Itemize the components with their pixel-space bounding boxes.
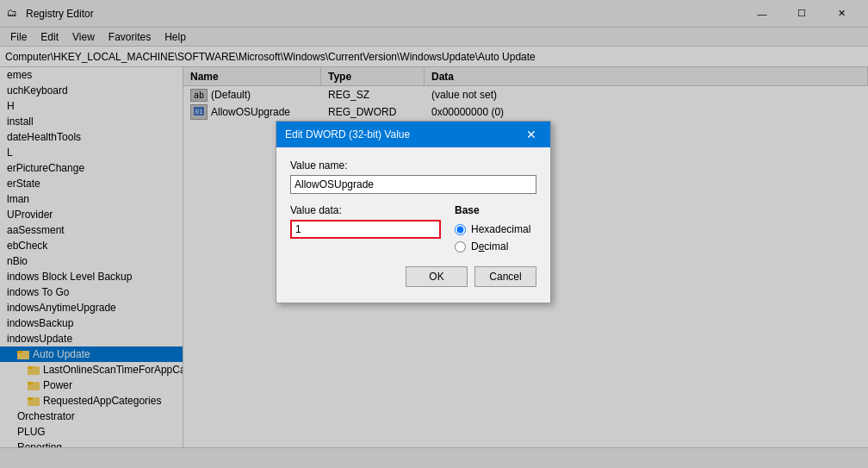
value-data-label: Value data: <box>290 204 441 216</box>
decimal-label: Decimal <box>471 240 508 253</box>
dialog-buttons: OK Cancel <box>290 266 536 290</box>
edit-dword-dialog: Edit DWORD (32-bit) Value ✕ Value name: … <box>276 121 551 303</box>
cancel-button[interactable]: Cancel <box>474 266 536 287</box>
value-data-group: Value data: <box>290 204 441 239</box>
value-name-input[interactable] <box>290 175 536 194</box>
radio-decimal-row: Decimal <box>455 240 530 253</box>
dialog-title: Edit DWORD (32-bit) Value <box>285 128 521 140</box>
modal-overlay: Edit DWORD (32-bit) Value ✕ Value name: … <box>0 0 868 468</box>
hexadecimal-label: Hexadecimal <box>471 223 530 235</box>
value-data-base-row: Value data: Base Hexadecimal Decimal <box>290 204 536 253</box>
dialog-titlebar: Edit DWORD (32-bit) Value ✕ <box>276 122 550 147</box>
dialog-body: Value name: Value data: Base Hexadecimal <box>276 147 550 303</box>
base-label: Base <box>455 204 530 216</box>
hexadecimal-radio[interactable] <box>455 224 466 235</box>
ok-button[interactable]: OK <box>406 266 468 287</box>
base-group: Base Hexadecimal Decimal <box>455 204 530 253</box>
value-data-input[interactable] <box>290 220 441 239</box>
value-name-label: Value name: <box>290 159 536 172</box>
dialog-close-button[interactable]: ✕ <box>521 124 542 145</box>
radio-hexadecimal-row: Hexadecimal <box>455 223 530 235</box>
decimal-radio[interactable] <box>455 241 466 253</box>
